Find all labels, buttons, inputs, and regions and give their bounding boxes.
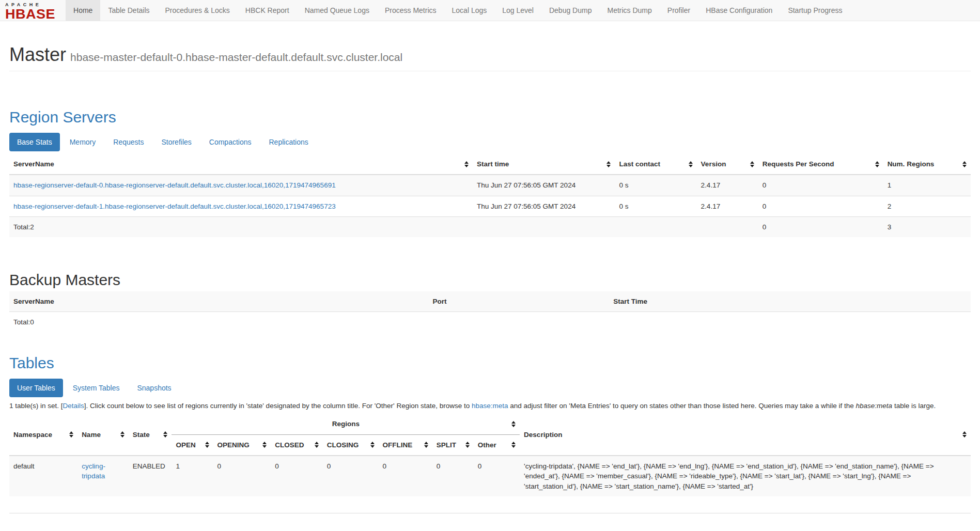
table-name-link[interactable]: cycling-tripdata [82,462,105,480]
tab-storefiles[interactable]: Storefiles [153,133,199,151]
total-row: Total:0 [9,312,971,333]
col-description[interactable]: Description [520,414,971,456]
sort-icon[interactable] [511,421,516,427]
col-open[interactable]: OPEN [172,434,213,456]
tab-requests[interactable]: Requests [105,133,151,151]
sort-icon[interactable] [875,161,879,167]
sort-icon[interactable] [205,442,209,448]
col-state[interactable]: State [129,414,172,456]
col-other[interactable]: Other [474,434,520,456]
start-time-cell: Thu Jun 27 07:56:05 GMT 2024 [473,196,615,216]
sort-icon[interactable] [465,442,470,448]
offline-count[interactable]: 0 [383,462,387,470]
open-count[interactable]: 1 [176,462,180,470]
total-label: Total:2 [9,216,473,237]
sort-icon[interactable] [962,161,967,167]
hbase-logo[interactable]: APACHE HBASE [0,0,61,21]
col-requests-per-second[interactable]: Requests Per Second [758,154,883,175]
region-servers-table: ServerName Start time Last contact Versi… [9,154,971,237]
col-last-contact[interactable]: Last contact [615,154,696,175]
rps-cell: 0 [758,175,883,196]
table-row: hbase-regionserver-default-0.hbase-regio… [9,175,971,196]
nav-item-table-details[interactable]: Table Details [100,0,157,21]
sort-icon[interactable] [315,442,319,448]
nav-item-hbck-report[interactable]: HBCK Report [238,0,297,21]
sort-icon[interactable] [750,161,754,167]
col-closed[interactable]: CLOSED [271,434,322,456]
sort-icon[interactable] [370,442,375,448]
nav-item-debug-dump[interactable]: Debug Dump [541,0,600,21]
tab-replications[interactable]: Replications [261,133,316,151]
user-tables-header-row-1: Namespace Name State Regions Description [9,414,971,434]
namespace-cell: default [9,456,77,496]
hbase-meta-link[interactable]: hbase:meta [472,402,508,410]
tab-base-stats[interactable]: Base Stats [9,133,60,151]
page-title: Master [9,44,66,65]
state-cell: ENABLED [129,456,172,496]
sort-icon[interactable] [424,442,428,448]
master-hostname: hbase-master-default-0.hbase-master-defa… [70,51,402,63]
col-offline[interactable]: OFFLINE [379,434,432,456]
nav-item-home[interactable]: Home [66,0,100,21]
nav-item-local-logs[interactable]: Local Logs [444,0,495,21]
col-opening[interactable]: OPENING [213,434,271,456]
tables-tabs: User Tables System Tables Snapshots [9,379,971,397]
start-time-cell: Thu Jun 27 07:56:05 GMT 2024 [473,175,615,196]
page-header: Masterhbase-master-default-0.hbase-maste… [9,44,971,71]
total-rps: 0 [758,216,883,237]
sort-icon[interactable] [120,431,125,438]
tab-user-tables[interactable]: User Tables [9,379,63,397]
table-row: hbase-regionserver-default-1.hbase-regio… [9,196,971,216]
nav-item-profiler[interactable]: Profiler [660,0,698,21]
bottom-divider [9,513,971,513]
nav-item-log-level[interactable]: Log Level [494,0,541,21]
backup-masters-header-row: ServerName Port Start Time [9,291,971,312]
region-servers-header-row: ServerName Start time Last contact Versi… [9,154,971,175]
nav-item-procedures-locks[interactable]: Procedures & Locks [158,0,238,21]
col-servername[interactable]: ServerName [9,154,473,175]
tab-system-tables[interactable]: System Tables [65,379,128,397]
tab-compactions[interactable]: Compactions [201,133,259,151]
col-split[interactable]: SPLIT [432,434,474,456]
nav-item-process-metrics[interactable]: Process Metrics [377,0,444,21]
backup-masters-heading: Backup Masters [9,271,971,289]
sort-icon[interactable] [69,431,73,438]
col-name[interactable]: Name [77,414,129,456]
sort-icon[interactable] [511,442,516,448]
split-count[interactable]: 0 [437,462,441,470]
sort-icon[interactable] [689,161,693,167]
num-regions-cell: 2 [883,196,971,216]
col-closing[interactable]: CLOSING [323,434,379,456]
rps-cell: 0 [758,196,883,216]
sort-icon[interactable] [163,431,167,438]
other-count[interactable]: 0 [478,462,482,470]
regionserver-link[interactable]: hbase-regionserver-default-1.hbase-regio… [13,202,336,210]
closed-count[interactable]: 0 [275,462,279,470]
sort-icon[interactable] [962,431,967,438]
nav-item-metrics-dump[interactable]: Metrics Dump [599,0,659,21]
col-version[interactable]: Version [697,154,758,175]
tab-memory[interactable]: Memory [62,133,104,151]
col-servername: ServerName [9,291,428,312]
sort-icon[interactable] [464,161,469,167]
nav-item-startup-progress[interactable]: Startup Progress [780,0,850,21]
sort-icon[interactable] [606,161,611,167]
col-num-regions[interactable]: Num. Regions [883,154,971,175]
tab-snapshots[interactable]: Snapshots [129,379,179,397]
nav-item-hbase-configuration[interactable]: HBase Configuration [698,0,780,21]
sort-icon[interactable] [262,442,267,448]
last-contact-cell: 0 s [615,196,696,216]
details-link[interactable]: Details [63,402,84,410]
regionserver-link[interactable]: hbase-regionserver-default-0.hbase-regio… [13,181,336,189]
col-regions-group[interactable]: Regions [172,414,520,434]
user-tables-table: Namespace Name State Regions Description… [9,414,971,496]
hbase-meta-italic: hbase:meta [856,402,893,410]
col-namespace[interactable]: Namespace [9,414,77,456]
col-start-time[interactable]: Start time [473,154,615,175]
nav-item-named-queue-logs[interactable]: Named Queue Logs [297,0,377,21]
region-servers-heading: Region Servers [9,108,971,126]
closing-count[interactable]: 0 [327,462,331,470]
col-port: Port [428,291,609,312]
version-cell: 2.4.17 [697,175,758,196]
opening-count[interactable]: 0 [217,462,222,470]
